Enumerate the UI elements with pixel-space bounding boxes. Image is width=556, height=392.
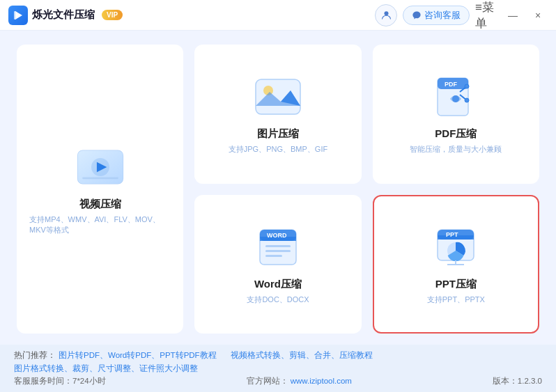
service-hours: 客服服务时间：7*24小时	[14, 376, 106, 386]
user-icon-button[interactable]	[375, 4, 397, 26]
ppt-icon-wrap: PPT	[431, 226, 481, 268]
svg-point-15	[452, 95, 459, 102]
svg-text:WORD: WORD	[267, 232, 287, 239]
close-button[interactable]: ×	[528, 6, 548, 25]
main-content: 视频压缩 支持MP4、WMV、AVI、FLV、MOV、MKV等格式 图片压缩 支…	[0, 31, 556, 334]
pdf-card-title: PDF压缩	[435, 127, 477, 141]
word-card-sub: 支持DOC、DOCX	[247, 295, 309, 305]
card-grid: 视频压缩 支持MP4、WMV、AVI、FLV、MOV、MKV等格式 图片压缩 支…	[17, 45, 539, 334]
footer: 热门推荐： 图片转PDF、Word转PDF、PPT转PDF教程 视频格式转换、剪…	[0, 345, 556, 392]
ppt-card-sub: 支持PPT、PPTX	[427, 295, 485, 305]
pdf-card-sub: 智能压缩，质量与大小兼顾	[410, 144, 502, 155]
website-link[interactable]: www.iziptool.com	[291, 377, 352, 385]
video-card-title: 视频压缩	[79, 198, 121, 211]
titlebar-controls: 咨询客服 ≡菜单 — ×	[375, 4, 548, 26]
website-info: 官方网站： www.iziptool.com	[247, 376, 352, 386]
footer-link-2[interactable]: 视频格式转换、剪辑、合并、压缩教程	[231, 350, 373, 361]
logo-icon	[8, 6, 28, 25]
logo: 烁光文件压缩 VIP	[8, 6, 123, 25]
consult-label: 咨询客服	[424, 9, 461, 22]
svg-point-18	[465, 84, 469, 88]
image-card-title: 图片压缩	[257, 127, 299, 141]
footer-link-1[interactable]: 图片转PDF、Word转PDF、PPT转PDF教程	[59, 350, 217, 361]
titlebar: 烁光文件压缩 VIP 咨询客服 ≡菜单 — ×	[0, 0, 556, 31]
ppt-card-title: PPT压缩	[435, 278, 477, 291]
svg-rect-25	[265, 250, 291, 252]
svg-text:PPT: PPT	[446, 231, 458, 238]
svg-point-2	[384, 11, 388, 15]
word-card[interactable]: WORD Word压缩 支持DOC、DOCX	[194, 195, 361, 334]
word-card-title: Word压缩	[254, 278, 302, 291]
image-card-sub: 支持JPG、PNG、BMP、GIF	[229, 144, 327, 155]
svg-marker-0	[15, 11, 22, 19]
video-card-sub: 支持MP4、WMV、AVI、FLV、MOV、MKV等格式	[29, 214, 171, 235]
consult-button[interactable]: 咨询客服	[403, 6, 470, 25]
menu-button[interactable]: ≡菜单	[475, 4, 497, 26]
svg-point-19	[465, 98, 469, 102]
svg-text:PDF: PDF	[445, 81, 458, 88]
footer-link-3[interactable]: 图片格式转换、裁剪、尺寸调整、证件照大小调整	[14, 363, 198, 374]
footer-hotlinks: 热门推荐： 图片转PDF、Word转PDF、PPT转PDF教程 视频格式转换、剪…	[14, 350, 542, 374]
svg-rect-26	[265, 255, 282, 257]
svg-rect-1	[14, 11, 16, 19]
ppt-card[interactable]: PPT PPT压缩 支持PPT、PPTX	[373, 195, 539, 334]
pdf-card[interactable]: PDF PDF压缩 智能压缩，质量与大小兼顾	[373, 45, 539, 184]
svg-rect-24	[265, 245, 291, 247]
version-label: 版本：1.2.3.0	[493, 376, 542, 386]
svg-rect-7	[82, 177, 118, 179]
image-icon-wrap	[253, 76, 303, 118]
image-card[interactable]: 图片压缩 支持JPG、PNG、BMP、GIF	[194, 45, 361, 184]
app-title: 烁光文件压缩	[32, 8, 95, 22]
video-card[interactable]: 视频压缩 支持MP4、WMV、AVI、FLV、MOV、MKV等格式	[17, 45, 183, 334]
vip-badge: VIP	[102, 10, 123, 20]
minimize-button[interactable]: —	[503, 6, 523, 25]
pdf-icon-wrap: PDF	[431, 76, 481, 118]
word-icon-wrap: WORD	[253, 226, 303, 268]
hot-label: 热门推荐：	[14, 350, 56, 361]
video-icon-wrap	[75, 146, 125, 188]
footer-info: 客服服务时间：7*24小时 官方网站： www.iziptool.com 版本：…	[14, 376, 542, 386]
